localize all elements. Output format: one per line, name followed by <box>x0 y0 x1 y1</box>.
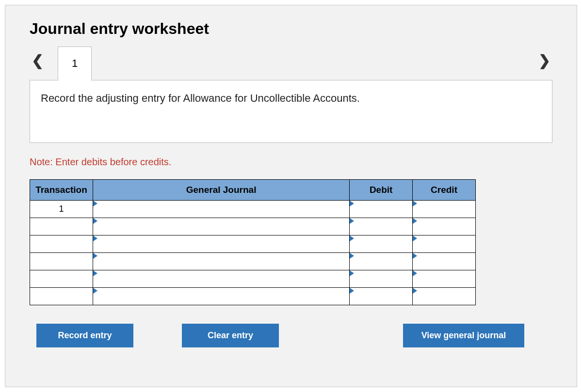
cell-credit[interactable] <box>413 270 476 288</box>
cell-transaction <box>30 218 93 235</box>
cell-credit[interactable] <box>413 201 476 218</box>
view-general-journal-button[interactable]: View general journal <box>403 324 524 347</box>
instruction-box: Record the adjusting entry for Allowance… <box>30 80 552 143</box>
cell-debit[interactable] <box>350 201 413 218</box>
cell-transaction <box>30 253 93 270</box>
cell-debit[interactable] <box>350 288 413 305</box>
table-header-row: Transaction General Journal Debit Credit <box>30 180 476 201</box>
cell-transaction: 1 <box>30 201 93 218</box>
table-row <box>30 218 476 235</box>
journal-table-wrap: Transaction General Journal Debit Credit… <box>30 179 476 305</box>
note-text: Note: Enter debits before credits. <box>30 157 552 168</box>
button-row: Record entry Clear entry View general jo… <box>30 324 524 347</box>
cell-credit[interactable] <box>413 235 476 253</box>
cell-debit[interactable] <box>350 235 413 253</box>
clear-entry-button[interactable]: Clear entry <box>182 324 279 347</box>
cell-general-journal[interactable] <box>93 201 349 218</box>
cell-transaction <box>30 235 93 253</box>
record-entry-button[interactable]: Record entry <box>36 324 133 347</box>
header-transaction: Transaction <box>30 180 93 201</box>
tab-navigation: ❮ 1 ❯ <box>30 47 552 80</box>
page-title: Journal entry worksheet <box>30 20 552 38</box>
cell-general-journal[interactable] <box>93 253 349 270</box>
cell-general-journal[interactable] <box>93 218 349 235</box>
cell-credit[interactable] <box>413 253 476 270</box>
tab-1[interactable]: 1 <box>58 47 92 80</box>
cell-transaction <box>30 288 93 305</box>
cell-transaction <box>30 270 93 288</box>
cell-debit[interactable] <box>350 270 413 288</box>
journal-table: Transaction General Journal Debit Credit… <box>30 179 476 305</box>
tab-mask <box>58 80 91 81</box>
prev-tab-button[interactable]: ❮ <box>32 53 44 68</box>
next-tab-button[interactable]: ❯ <box>538 53 550 68</box>
header-debit: Debit <box>350 180 413 201</box>
cell-credit[interactable] <box>413 218 476 235</box>
table-row <box>30 235 476 253</box>
cell-debit[interactable] <box>350 253 413 270</box>
cell-general-journal[interactable] <box>93 270 349 288</box>
cell-general-journal[interactable] <box>93 235 349 253</box>
cell-credit[interactable] <box>413 288 476 305</box>
table-row <box>30 288 476 305</box>
header-general-journal: General Journal <box>93 180 349 201</box>
header-credit: Credit <box>413 180 476 201</box>
table-row <box>30 253 476 270</box>
table-row <box>30 270 476 288</box>
table-row: 1 <box>30 201 476 218</box>
instruction-text: Record the adjusting entry for Allowance… <box>41 92 360 104</box>
cell-debit[interactable] <box>350 218 413 235</box>
worksheet-frame: Journal entry worksheet ❮ 1 ❯ Record the… <box>5 5 577 387</box>
cell-general-journal[interactable] <box>93 288 349 305</box>
